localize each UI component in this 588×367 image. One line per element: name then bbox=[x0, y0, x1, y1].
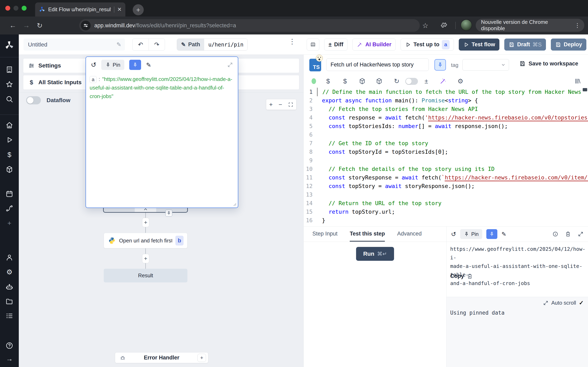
zoom-in-button[interactable]: + bbox=[269, 101, 273, 108]
sidebar-item-users-icon[interactable] bbox=[5, 253, 13, 262]
browser-tab[interactable]: Edit Flow u/henri/pin_results ✕ bbox=[35, 2, 125, 17]
path-group[interactable]: ✎ Path u/henri/pin bbox=[177, 39, 248, 50]
error-handler-node[interactable]: Error Handler + bbox=[115, 352, 208, 363]
copy-button[interactable]: Copy bbox=[450, 273, 473, 279]
tab-close-icon[interactable]: ✕ bbox=[117, 6, 122, 13]
diff-button[interactable]: ± Diff bbox=[324, 39, 347, 50]
sidebar-item-logs-icon[interactable] bbox=[5, 312, 13, 320]
step-emoji-icon bbox=[316, 55, 323, 62]
back-icon[interactable]: ← bbox=[9, 21, 16, 29]
step-bottom-left: Step InputTest this stepAdvanced Run ⌘↵ bbox=[303, 226, 446, 367]
sidebar-item-resources-icon[interactable] bbox=[5, 165, 13, 174]
draft-button[interactable]: Draft ⌘S bbox=[504, 39, 546, 50]
redo-button[interactable]: ↷ bbox=[149, 39, 165, 50]
fit-view-icon[interactable] bbox=[288, 102, 293, 107]
sidebar-item-favorites-icon[interactable] bbox=[5, 80, 13, 89]
docs-book-button[interactable] bbox=[307, 39, 319, 50]
test-flow-button[interactable]: Test flow bbox=[459, 39, 499, 50]
info-icon[interactable] bbox=[553, 231, 558, 237]
pin-toggle-button[interactable]: Pin bbox=[460, 229, 482, 239]
sidebar-item-runs-icon[interactable] bbox=[5, 136, 13, 144]
resize-grip-icon[interactable] bbox=[232, 202, 237, 206]
expand-popup-icon[interactable] bbox=[227, 62, 233, 68]
history-icon[interactable]: ↺ bbox=[451, 231, 456, 238]
add-error-handler-button[interactable]: + bbox=[198, 354, 206, 362]
tab-separator bbox=[114, 7, 114, 13]
reload-icon[interactable]: ↻ bbox=[37, 21, 43, 30]
save-to-workspace-button[interactable]: Save to workspace bbox=[519, 60, 578, 67]
sidebar-item-flows-icon[interactable] bbox=[5, 204, 13, 212]
flow-name-input[interactable]: Untitled ✎ bbox=[24, 39, 125, 50]
dependency-one-icon[interactable] bbox=[359, 77, 366, 85]
edit-name-pencil-icon[interactable]: ✎ bbox=[117, 41, 121, 48]
browser-menu-icon[interactable]: ⋮ bbox=[575, 22, 580, 29]
flow-node-b[interactable]: Open url and fetch first 500 words of ..… bbox=[104, 233, 187, 248]
insert-step-button[interactable]: + bbox=[142, 254, 149, 263]
sidebar-item-schedules-icon[interactable] bbox=[5, 190, 13, 198]
edit-pencil-icon[interactable]: ✎ bbox=[502, 231, 506, 238]
gear-icon[interactable]: ⚙ bbox=[457, 77, 464, 85]
diff-icon[interactable]: ± bbox=[423, 77, 430, 85]
sidebar-item-home-icon[interactable] bbox=[5, 121, 13, 129]
zoom-out-button[interactable]: − bbox=[278, 101, 282, 108]
scrollbar-thumb[interactable] bbox=[583, 88, 587, 91]
window-minimize-button[interactable] bbox=[13, 6, 18, 11]
tab-step-input[interactable]: Step Input bbox=[312, 226, 337, 242]
address-bar[interactable]: app.windmill.dev/flows/edit/u/henri/pin_… bbox=[79, 19, 420, 32]
sidebar-item-help-icon[interactable] bbox=[5, 342, 13, 350]
profile-avatar[interactable] bbox=[461, 19, 472, 31]
pinned-active-button[interactable] bbox=[486, 229, 497, 239]
editor-toggle[interactable] bbox=[405, 78, 418, 85]
library-icon[interactable] bbox=[574, 77, 581, 85]
run-button[interactable]: Run ⌘↵ bbox=[356, 247, 394, 261]
chrome-update-button[interactable]: Nouvelle version de Chrome disponible ⋮ bbox=[476, 19, 584, 32]
window-zoom-button[interactable] bbox=[22, 6, 26, 11]
sidebar-item-add-icon[interactable]: + bbox=[5, 219, 13, 227]
tab-advanced[interactable]: Advanced bbox=[397, 226, 422, 242]
tab-test-this-step[interactable]: Test this step bbox=[350, 226, 385, 242]
line-number: 1 bbox=[303, 88, 317, 96]
clipboard-icon[interactable] bbox=[565, 231, 571, 237]
sidebar-item-settings-icon[interactable]: ⚙ bbox=[5, 268, 13, 276]
static-input-one-icon[interactable]: $ bbox=[324, 77, 332, 85]
code-editor[interactable]: 1// Define the main function to fetch th… bbox=[303, 88, 588, 226]
sidebar-item-search-icon[interactable] bbox=[5, 95, 13, 103]
bookmark-star-icon[interactable]: ☆ bbox=[422, 21, 428, 30]
step-summary-input[interactable] bbox=[326, 58, 429, 71]
sidebar-item-workspace-icon[interactable] bbox=[5, 66, 13, 74]
test-up-to-step-badge[interactable]: a bbox=[442, 40, 450, 49]
sidebar-item-collapse-icon[interactable]: → bbox=[5, 355, 13, 363]
ai-builder-button[interactable]: AI Builder bbox=[352, 39, 396, 50]
history-icon[interactable]: ↺ bbox=[91, 61, 96, 69]
step-pin-button[interactable] bbox=[434, 59, 446, 71]
reload-icon[interactable]: ↻ bbox=[393, 77, 400, 85]
pin-toggle-button[interactable]: Pin bbox=[101, 60, 125, 70]
result-node[interactable]: Result bbox=[104, 269, 187, 282]
window-close-button[interactable] bbox=[5, 6, 10, 11]
sidebar-divider bbox=[0, 115, 19, 115]
undo-button[interactable]: ↶ bbox=[132, 39, 149, 50]
test-up-to-button[interactable]: Test up to a bbox=[401, 39, 454, 50]
more-options-icon[interactable]: ⋮ bbox=[289, 37, 296, 45]
ai-icon[interactable] bbox=[439, 77, 447, 85]
tag-select[interactable] bbox=[462, 59, 509, 71]
node-pin-badge[interactable] bbox=[165, 210, 172, 217]
static-input-two-icon[interactable]: $ bbox=[341, 77, 349, 85]
insert-step-button[interactable]: + bbox=[142, 218, 149, 227]
sidebar-item-variables-icon[interactable]: $ bbox=[5, 150, 13, 159]
sidebar-item-folders-icon[interactable] bbox=[5, 297, 13, 305]
line-number: 7 bbox=[303, 139, 317, 148]
extensions-icon[interactable] bbox=[440, 22, 447, 29]
edit-pencil-icon[interactable]: ✎ bbox=[146, 61, 151, 68]
auto-scroll-control[interactable]: Auto scroll ✓ bbox=[543, 300, 584, 306]
new-tab-button[interactable]: + bbox=[133, 4, 144, 15]
site-settings-icon[interactable] bbox=[81, 21, 91, 30]
pinned-input-popup: ↺ Pin ✎ a:"https://www.geoffreylitt.com/… bbox=[86, 57, 238, 208]
dataflow-toggle[interactable] bbox=[26, 96, 41, 104]
fullscreen-icon[interactable] bbox=[578, 231, 584, 237]
forward-icon[interactable]: → bbox=[23, 21, 30, 29]
deploy-button[interactable]: Deploy bbox=[551, 39, 586, 50]
pinned-active-button[interactable] bbox=[129, 60, 141, 70]
sidebar-item-workers-icon[interactable] bbox=[5, 283, 13, 291]
dependency-two-icon[interactable] bbox=[375, 77, 383, 85]
